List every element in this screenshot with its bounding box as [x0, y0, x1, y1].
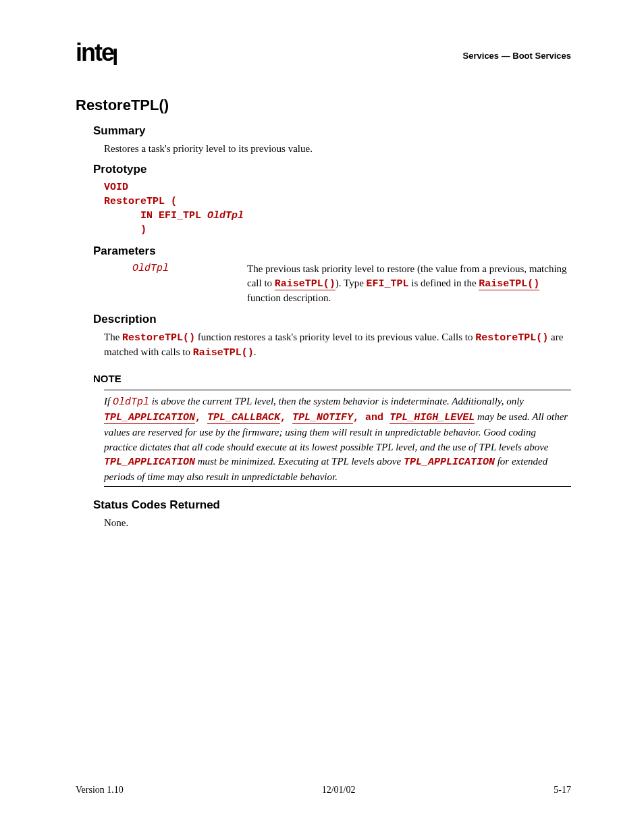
code-raisetpl: RaiseTPL()	[193, 347, 254, 359]
intel-logo: intel.	[76, 41, 119, 65]
code-efi-tpl: EFI_TPL	[367, 278, 409, 290]
note-rule-bottom	[104, 486, 571, 487]
code-restoretpl: RestoreTPL()	[475, 332, 548, 344]
summary-text: Restores a task's priority level to its …	[104, 142, 571, 155]
header-section-title: Services — Boot Services	[463, 50, 571, 65]
proto-param: OldTpl	[207, 210, 244, 221]
heading-summary: Summary	[93, 124, 571, 139]
footer-page-number: 5-17	[554, 784, 571, 797]
parameter-row: OldTpl The previous task priority level …	[132, 262, 571, 305]
parameter-description: The previous task priority level to rest…	[247, 262, 571, 305]
proto-line: RestoreTPL (	[104, 196, 177, 207]
heading-parameters: Parameters	[93, 244, 571, 259]
footer-version: Version 1.10	[76, 784, 124, 797]
function-title: RestoreTPL()	[76, 95, 571, 115]
text: function description.	[247, 292, 331, 303]
note-label: NOTE	[93, 372, 571, 386]
text: , and	[353, 412, 390, 423]
text: If	[104, 396, 113, 407]
text: .	[254, 346, 257, 357]
link-tpl-notify[interactable]: TPL_NOTIFY	[292, 412, 353, 424]
text: is above the current TPL level, then the…	[149, 396, 524, 407]
link-tpl-application[interactable]: TPL_APPLICATION	[104, 412, 195, 424]
code-restoretpl: RestoreTPL()	[122, 332, 195, 344]
prototype-block: VOID RestoreTPL ( IN EFI_TPL OldTpl )	[104, 180, 571, 237]
proto-line: IN EFI_TPL	[104, 210, 207, 221]
heading-description: Description	[93, 312, 571, 328]
text: ). Type	[336, 278, 367, 288]
link-raisetpl[interactable]: RaiseTPL()	[479, 278, 539, 290]
description-text: The RestoreTPL() function restores a tas…	[104, 330, 571, 361]
link-tpl-high-level[interactable]: TPL_HIGH_LEVEL	[390, 412, 475, 424]
text: ,	[195, 412, 207, 423]
link-raisetpl[interactable]: RaiseTPL()	[275, 278, 336, 290]
page-header: intel. Services — Boot Services	[76, 41, 571, 65]
text: The	[104, 332, 122, 342]
proto-line: )	[104, 224, 146, 236]
status-text: None.	[104, 516, 571, 529]
heading-status-codes: Status Codes Returned	[93, 498, 571, 513]
code-tpl-application: TPL_APPLICATION	[104, 457, 195, 468]
text: function restores a task's priority leve…	[195, 332, 475, 342]
proto-line: VOID	[104, 182, 128, 193]
parameter-name: OldTpl	[132, 262, 247, 305]
link-tpl-callback[interactable]: TPL_CALLBACK	[207, 412, 280, 424]
page-footer: Version 1.10 12/01/02 5-17	[76, 784, 571, 797]
note-body: If OldTpl is above the current TPL level…	[104, 394, 571, 485]
note-rule-top	[104, 390, 571, 390]
code-tpl-application: TPL_APPLICATION	[404, 457, 495, 468]
heading-prototype: Prototype	[93, 162, 571, 178]
code-oldtpl: OldTpl	[113, 396, 149, 408]
text: ,	[280, 412, 292, 423]
page: intel. Services — Boot Services RestoreT…	[0, 0, 644, 834]
text: is defined in the	[409, 278, 479, 288]
footer-date: 12/01/02	[322, 784, 356, 797]
text: must be minimized. Executing at TPL leve…	[195, 456, 404, 467]
